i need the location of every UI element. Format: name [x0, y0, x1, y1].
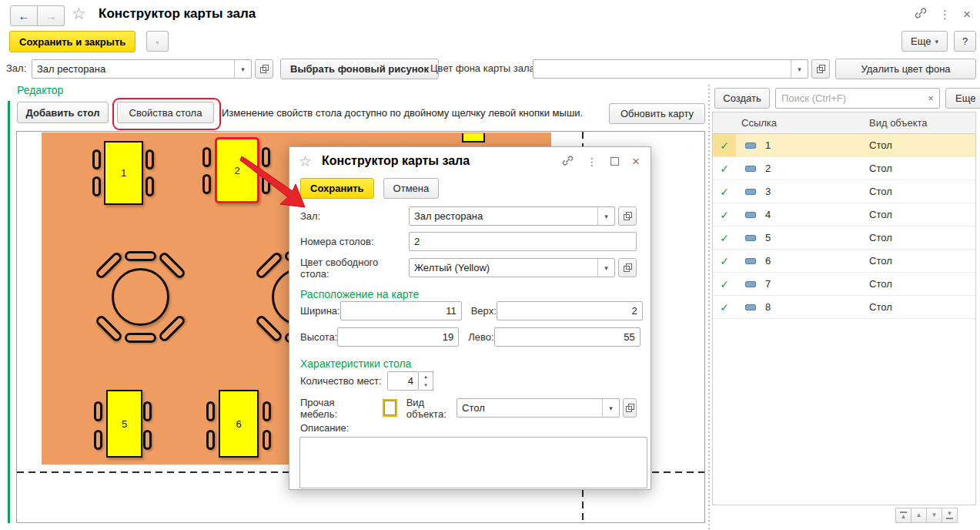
object-kind-combobox[interactable]: ▾ [457, 398, 620, 418]
search-input[interactable] [776, 92, 922, 104]
map-table-2-selected[interactable]: 2 [215, 137, 259, 203]
dialog-hall-choose-button[interactable] [618, 206, 637, 226]
search-box[interactable]: × [775, 88, 940, 109]
more-button[interactable]: Еще▾ [901, 31, 948, 52]
table-numbers-field[interactable] [409, 232, 637, 251]
save-button[interactable] [146, 31, 169, 52]
remove-bg-color-button[interactable]: Удалить цвет фона [835, 59, 976, 79]
map-table-1[interactable]: 1 [104, 141, 143, 205]
maximize-icon[interactable] [610, 157, 619, 166]
object-kind-input[interactable] [457, 402, 602, 414]
refresh-map-button[interactable]: Обновить карту [609, 103, 705, 124]
description-textarea[interactable] [299, 437, 647, 488]
bg-color-combobox[interactable]: ▾ [533, 59, 808, 79]
row-kind-cell[interactable]: Стол [863, 250, 975, 272]
forward-button[interactable]: → [38, 5, 65, 26]
height-input[interactable] [338, 331, 458, 343]
link-icon[interactable] [915, 7, 927, 21]
row-kind-cell[interactable]: Стол [863, 134, 975, 156]
row-ref-cell[interactable]: 8 [736, 296, 863, 318]
row-ref-cell[interactable]: 1 [736, 134, 863, 156]
row-kind-cell[interactable]: Стол [863, 157, 975, 179]
free-table-color-input[interactable] [410, 262, 597, 273]
map-table-6[interactable]: 6 [219, 390, 259, 458]
row-kind-cell[interactable]: Стол [863, 180, 975, 203]
hall-choose-button[interactable] [255, 59, 273, 79]
seats-count-stepper[interactable]: ▴ ▾ [419, 371, 433, 391]
dialog-hall-input[interactable] [410, 210, 597, 222]
favorite-star-icon[interactable]: ☆ [72, 5, 86, 23]
close-icon[interactable]: × [963, 8, 971, 21]
bg-color-choose-button[interactable] [811, 59, 830, 79]
hall-combobox[interactable]: ▾ [32, 59, 252, 79]
dialog-save-button[interactable]: Сохранить [300, 178, 374, 199]
table-numbers-input[interactable] [410, 236, 636, 247]
row-kind-cell[interactable]: Стол [863, 296, 975, 318]
link-icon[interactable] [562, 155, 574, 168]
chevron-down-icon[interactable]: ▾ [234, 60, 251, 78]
row-ref-cell[interactable]: 6 [736, 250, 863, 272]
width-input[interactable] [341, 305, 461, 317]
create-button[interactable]: Создать [714, 88, 770, 109]
spin-down-icon[interactable]: ▾ [419, 381, 433, 391]
map-table-partial[interactable] [462, 133, 485, 143]
map-table-5[interactable]: 5 [106, 390, 142, 458]
table-row[interactable]: ✓ 2 Стол [713, 157, 975, 180]
column-header-ref[interactable]: Ссылка [736, 112, 863, 133]
menu-kebab-icon[interactable]: ⋮ [939, 8, 951, 20]
spin-up-icon[interactable]: ▴ [419, 372, 433, 381]
row-ref-cell[interactable]: 7 [736, 273, 863, 295]
table-row[interactable]: ✓ 1 Стол [713, 134, 975, 157]
free-table-color-choose-button[interactable] [618, 258, 637, 277]
row-ref-cell[interactable]: 4 [736, 203, 863, 226]
panel-more-button[interactable]: Еще▾ [945, 88, 980, 109]
row-kind-cell[interactable]: Стол [863, 226, 975, 249]
table-row[interactable]: ✓ 6 Стол [713, 250, 975, 273]
table-row[interactable]: ✓ 7 Стол [713, 273, 975, 296]
table-row[interactable]: ✓ 4 Стол [713, 203, 975, 226]
chevron-down-icon[interactable]: ▾ [791, 60, 808, 78]
height-field[interactable] [337, 327, 459, 347]
row-kind-cell[interactable]: Стол [863, 273, 975, 295]
width-field[interactable] [340, 301, 462, 320]
go-down-button[interactable]: ▼ [927, 508, 942, 523]
free-table-color-combobox[interactable]: ▾ [409, 258, 615, 277]
dialog-hall-combobox[interactable]: ▾ [409, 206, 615, 226]
table-row[interactable]: ✓ 5 Стол [713, 226, 975, 250]
table-properties-button[interactable]: Свойства стола [117, 102, 214, 123]
row-ref-cell[interactable]: 2 [736, 157, 863, 179]
go-last-button[interactable]: ▼ [942, 508, 958, 523]
chevron-down-icon[interactable]: ▾ [597, 259, 614, 277]
panel-splitter[interactable] [708, 85, 710, 530]
help-button[interactable]: ? [954, 31, 976, 52]
round-table-shape[interactable] [112, 268, 169, 326]
row-kind-cell[interactable]: Стол [863, 203, 975, 226]
favorite-star-icon[interactable]: ☆ [299, 153, 312, 170]
go-first-button[interactable]: ▲ [895, 508, 911, 523]
chevron-down-icon[interactable]: ▾ [597, 207, 614, 225]
bg-color-input[interactable] [533, 63, 791, 75]
go-up-button[interactable]: ▲ [911, 508, 927, 523]
object-kind-choose-button[interactable] [623, 398, 637, 418]
column-header-kind[interactable]: Вид объекта [863, 112, 975, 133]
row-ref-cell[interactable]: 3 [736, 180, 863, 203]
table-row[interactable]: ✓ 3 Стол [713, 180, 975, 203]
seats-count-input[interactable] [388, 375, 418, 387]
seats-count-field[interactable] [387, 371, 419, 391]
chevron-down-icon[interactable]: ▾ [602, 399, 619, 417]
table-row[interactable]: ✓ 8 Стол [713, 296, 975, 319]
dialog-cancel-button[interactable]: Отмена [383, 178, 440, 199]
hall-input[interactable] [32, 63, 234, 75]
close-icon[interactable]: × [632, 155, 640, 168]
select-background-button[interactable]: Выбрать фоновый рисунок [280, 59, 439, 79]
back-button[interactable]: ← [10, 5, 38, 26]
menu-kebab-icon[interactable]: ⋮ [587, 156, 597, 167]
other-furniture-checkbox[interactable] [384, 401, 395, 415]
top-input[interactable] [497, 305, 642, 317]
left-field[interactable] [494, 327, 641, 347]
left-input[interactable] [495, 331, 640, 343]
save-and-close-button[interactable]: Сохранить и закрыть [9, 31, 135, 52]
top-field[interactable] [497, 301, 643, 320]
row-ref-cell[interactable]: 5 [736, 226, 863, 249]
add-table-button[interactable]: Добавить стол [17, 102, 109, 123]
